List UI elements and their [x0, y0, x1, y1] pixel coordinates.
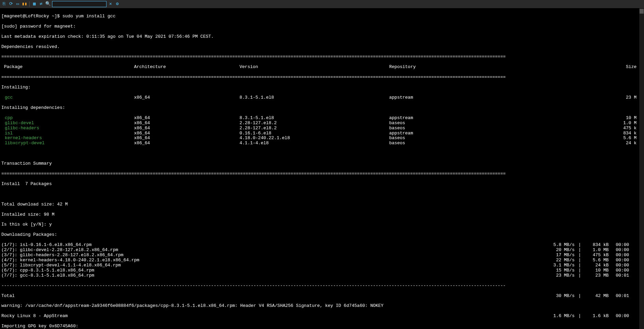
scrollbar-thumb[interactable] — [640, 9, 644, 14]
pkg-version: 4.18.0-240.22.1.el8 — [240, 136, 389, 141]
pkg-size: 475 k — [505, 126, 643, 131]
pkg-size: 24 k — [505, 141, 643, 146]
pkg-repo: appstream — [389, 95, 505, 100]
header-package: Package — [1, 65, 134, 70]
pkg-repo: baseos — [389, 136, 505, 141]
transaction-summary: Transaction Summary — [1, 161, 643, 166]
toolbar: ⎘ ⟳ ▭ ▮▮ ▦ ⇄ 🔍 ✕ ⚙ — [0, 0, 644, 8]
rocky-time: 00:00 — [609, 314, 643, 319]
download-row: (7/7): gcc-8.3.1-5.1.el8.x86_64.rpm23 MB… — [1, 273, 643, 278]
separator — [29, 1, 30, 7]
pkg-size: 23 M — [505, 95, 643, 100]
dl-speed: 22 MB/s — [541, 258, 575, 263]
dl-speed: 3.1 MB/s — [541, 263, 575, 268]
dl-time: 00:00 — [609, 258, 643, 263]
confirm-prompt: Is this ok [y/N]: y — [1, 222, 643, 227]
gear-icon[interactable]: ⚙ — [115, 1, 120, 7]
header-repo: Repository — [389, 65, 505, 70]
package-row: glibc-headersx86_642.28-127.el8.2baseos4… — [1, 126, 643, 131]
dl-time: 00:01 — [609, 273, 643, 278]
terminal[interactable]: [magneet@LoftRocky ~]$ sudo yum install … — [0, 8, 644, 329]
dl-speed: 23 MB/s — [541, 273, 575, 278]
chart-icon[interactable]: ▮▮ — [22, 1, 27, 7]
arrow-icon[interactable]: ⇄ — [38, 1, 44, 7]
copy-icon[interactable]: ⎘ — [1, 1, 7, 7]
dl-time: 00:00 — [609, 253, 643, 258]
dl-size: 23 MB — [585, 273, 609, 278]
dl-speed: 15 MB/s — [541, 268, 575, 273]
pkg-size: 5.6 M — [505, 136, 643, 141]
rocky-label: Rocky Linux 8 - AppStream — [1, 314, 541, 319]
metadata-line: Last metadata expiration check: 0:11:35 … — [1, 34, 643, 39]
pkg-name: libxcrypt-devel — [1, 141, 134, 146]
package-row: cppx86_648.3.1-5.1.el8appstream10 M — [1, 116, 643, 121]
pkg-name: isl — [1, 131, 134, 136]
search-icon[interactable]: 🔍 — [45, 1, 51, 7]
dl-speed: 17 MB/s — [541, 253, 575, 258]
total-speed: 30 MB/s — [541, 294, 575, 299]
total-size: 42 MB — [585, 294, 609, 299]
window-icon[interactable]: ▭ — [15, 1, 20, 7]
package-row: kernel-headersx86_644.18.0-240.22.1.el8b… — [1, 136, 643, 141]
download-row: (6/7): cpp-8.3.1-5.1.el8.x86_64.rpm15 MB… — [1, 268, 643, 273]
pkg-version: 8.3.1-5.1.el8 — [240, 116, 389, 121]
dl-speed: 20 MB/s — [541, 248, 575, 253]
dl-speed: 5.8 MB/s — [541, 243, 575, 248]
dl-file: (5/7): libxcrypt-devel-4.1.1-4.el8.x86_6… — [1, 263, 541, 268]
separator-dash: ----------------------------------------… — [1, 283, 643, 289]
dl-size: 5.6 MB — [585, 258, 609, 263]
pipe: | — [575, 258, 585, 263]
separator-line: ========================================… — [1, 171, 643, 177]
pkg-version: 4.1.1-4.el8 — [240, 141, 389, 146]
pkg-version: 2.28-127.el8.2 — [240, 121, 389, 126]
gpg-import: Importing GPG key 0x6D745A60: — [1, 324, 643, 329]
pipe: | — [575, 268, 585, 273]
blank — [1, 192, 643, 197]
separator-line: ========================================… — [1, 75, 643, 80]
download-row: (4/7): kernel-headers-4.18.0-240.22.1.el… — [1, 258, 643, 263]
search-input[interactable] — [52, 1, 106, 7]
installing-deps-label: Installing dependencies: — [1, 105, 643, 111]
total-row: Total 30 MB/s | 42 MB 00:01 — [1, 294, 643, 299]
pkg-name: gcc — [1, 95, 134, 100]
dl-size: 834 kB — [585, 243, 609, 248]
package-row: islx86_640.16.1-6.el8appstream834 k — [1, 131, 643, 136]
dl-file: (2/7): glibc-devel-2.28-127.el8.2.x86_64… — [1, 248, 541, 253]
header-version: Version — [240, 65, 389, 70]
book-icon[interactable]: ▦ — [32, 1, 37, 7]
package-row: libxcrypt-develx86_644.1.1-4.el8baseos24… — [1, 141, 643, 146]
rocky-row: Rocky Linux 8 - AppStream 1.6 MB/s | 1.6… — [1, 314, 643, 319]
download-row: (2/7): glibc-devel-2.28-127.el8.2.x86_64… — [1, 248, 643, 253]
pipe: | — [575, 248, 585, 253]
package-row: glibc-develx86_642.28-127.el8.2baseos1.0… — [1, 121, 643, 126]
pkg-name: glibc-headers — [1, 126, 134, 131]
pipe: | — [575, 253, 585, 258]
dl-file: (6/7): cpp-8.3.1-5.1.el8.x86_64.rpm — [1, 268, 541, 273]
deps-resolved: Dependencies resolved. — [1, 45, 643, 50]
close-icon[interactable]: ✕ — [108, 1, 113, 7]
pkg-arch: x86_64 — [134, 121, 240, 126]
total-time: 00:01 — [609, 294, 643, 299]
download-row: (3/7): glibc-headers-2.28-127.el8.2.x86_… — [1, 253, 643, 258]
rocky-size: 1.6 kB — [585, 314, 609, 319]
pkg-arch: x86_64 — [134, 131, 240, 136]
total-label: Total — [1, 294, 541, 299]
pkg-size: 834 k — [505, 131, 643, 136]
install-count: Install 7 Packages — [1, 182, 643, 187]
pipe: | — [575, 263, 585, 268]
scrollbar-track[interactable] — [639, 8, 644, 329]
downloading-label: Downloading Packages: — [1, 232, 643, 237]
pkg-repo: baseos — [389, 141, 505, 146]
dl-file: (7/7): gcc-8.3.1-5.1.el8.x86_64.rpm — [1, 273, 541, 278]
dl-size: 475 kB — [585, 253, 609, 258]
separator-line: ========================================… — [1, 54, 643, 60]
pkg-version: 0.16.1-6.el8 — [240, 131, 389, 136]
dl-time: 00:00 — [609, 248, 643, 253]
pkg-arch: x86_64 — [134, 95, 240, 100]
dl-size: 10 MB — [585, 268, 609, 273]
total-download: Total download size: 42 M — [1, 202, 643, 207]
refresh-icon[interactable]: ⟳ — [8, 1, 14, 7]
dl-time: 00:00 — [609, 243, 643, 248]
pkg-version: 2.28-127.el8.2 — [240, 126, 389, 131]
pkg-arch: x86_64 — [134, 136, 240, 141]
